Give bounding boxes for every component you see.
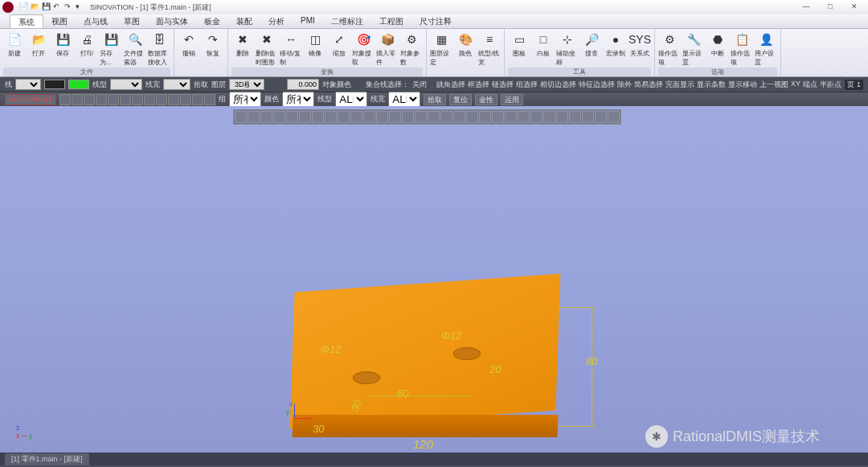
opt-相切边选择[interactable]: 相切边选择 [540, 80, 576, 90]
filter-more1-icon[interactable] [180, 94, 191, 105]
opt-显示条数[interactable]: 显示条数 [697, 80, 726, 90]
menu-PMI[interactable]: PMI [293, 14, 323, 28]
section-select[interactable]: 所有 [229, 92, 261, 107]
menu-点与线[interactable]: 点与线 [76, 14, 116, 28]
vt-icon[interactable] [312, 111, 324, 123]
blank-button[interactable]: □白板 [532, 31, 555, 58]
filter-line-icon[interactable] [72, 94, 83, 105]
vt-icon[interactable] [273, 111, 285, 123]
opt-链选择[interactable]: 链选择 [492, 80, 514, 90]
menu-板金[interactable]: 板金 [196, 14, 228, 28]
formula-button[interactable]: SYS关系式 [628, 31, 651, 58]
search-button[interactable]: 🔎搜查 [580, 31, 603, 58]
qat-save-icon[interactable]: 💾 [42, 2, 51, 12]
vt-icon[interactable] [466, 111, 478, 123]
color-swatch-1[interactable] [44, 80, 65, 89]
open-button[interactable]: 📂打开 [27, 31, 50, 58]
linetype-select[interactable] [110, 79, 142, 90]
opt-跳角选择[interactable]: 跳角选择 [436, 80, 465, 90]
fileexp-button[interactable]: 🔍文件搜索器 [124, 31, 146, 67]
vt-icon[interactable] [235, 111, 247, 123]
menu-装配[interactable]: 装配 [228, 14, 260, 28]
filter-circle-icon[interactable] [96, 94, 107, 105]
filter-point-icon[interactable] [59, 94, 71, 105]
menu-工程图[interactable]: 工程图 [371, 14, 411, 28]
dispset-button[interactable]: 🔧显示设置 [682, 31, 705, 67]
vt-icon[interactable] [492, 111, 504, 123]
vt-icon[interactable] [325, 111, 337, 123]
vt-icon[interactable] [530, 111, 542, 123]
opt-除外[interactable]: 除外 [617, 80, 632, 90]
print-button[interactable]: 🖨打印 [76, 31, 98, 58]
userset-button[interactable]: 👤用户设置 [755, 31, 777, 67]
vt-icon[interactable] [363, 111, 375, 123]
apply-btn[interactable]: 运用 [501, 94, 523, 105]
menu-视图[interactable]: 视图 [43, 14, 76, 28]
dblink-button[interactable]: 🗄数据库接收入 [148, 31, 170, 67]
viewport[interactable]: Φ12 Φ12 60 30 20 80 120 30 z x y z x ─ y [0, 106, 868, 453]
filter-face-icon[interactable] [120, 94, 131, 105]
deltmp-button[interactable]: ✖删除临时图形 [256, 31, 278, 67]
vt-icon[interactable] [505, 111, 517, 123]
menu-草图[interactable]: 草图 [116, 14, 148, 28]
menu-分析[interactable]: 分析 [260, 14, 293, 28]
vt-icon[interactable] [453, 111, 465, 123]
opt-特征边选择[interactable]: 特征边选择 [579, 80, 615, 90]
inspart-button[interactable]: 📦插入零件 [376, 31, 399, 67]
menu-尺寸注释[interactable]: 尺寸注释 [411, 14, 460, 28]
color-swatch-2[interactable] [68, 80, 89, 89]
vt-icon[interactable] [479, 111, 491, 123]
vt-icon[interactable] [299, 111, 311, 123]
opt-XY[interactable]: XY [791, 80, 800, 90]
vt-icon[interactable] [595, 111, 607, 123]
linewidth-select[interactable] [163, 79, 190, 90]
color-button[interactable]: 🎨颜色 [454, 31, 477, 58]
qat-more-icon[interactable]: ▾ [76, 2, 85, 12]
linetype-button[interactable]: ≡线型/线宽 [478, 31, 501, 67]
vt-icon[interactable] [440, 111, 452, 123]
macrec-button[interactable]: ●宏录制 [604, 31, 627, 58]
layerset-button[interactable]: ▦图层设定 [430, 31, 452, 67]
auxcoord-button[interactable]: ⊹辅助坐标 [556, 31, 579, 67]
vt-icon[interactable] [338, 111, 350, 123]
reset-btn[interactable]: 复位 [449, 94, 472, 105]
qat-open-icon[interactable]: 📂 [31, 2, 40, 12]
auto-print-toggle[interactable]: AUTO/PRINT [5, 94, 56, 105]
flw-select[interactable]: ALL [388, 92, 420, 107]
vt-icon[interactable] [428, 111, 440, 123]
menu-二维标注[interactable]: 二维标注 [323, 14, 371, 28]
opt-端点[interactable]: 端点 [803, 80, 817, 90]
objparam-button[interactable]: ⚙对象参数 [400, 31, 423, 67]
vt-icon[interactable] [543, 111, 555, 123]
flt-select[interactable]: ALL [335, 92, 367, 107]
saveas-button[interactable]: 💾另存为... [100, 31, 122, 67]
layer-select[interactable] [15, 79, 41, 90]
delete-button[interactable]: ✖删除 [231, 31, 254, 58]
filter-group-icon[interactable] [168, 94, 179, 105]
hole-2[interactable] [453, 347, 481, 360]
qat-redo-icon[interactable]: ↷ [64, 2, 74, 12]
opt-半距点[interactable]: 半距点 [820, 80, 841, 90]
opt-组选择[interactable]: 组选择 [516, 80, 538, 90]
filter-solid-icon[interactable] [132, 94, 143, 105]
gold-btn[interactable]: 金性 [475, 94, 497, 105]
vt-icon[interactable] [556, 111, 568, 123]
hole-1[interactable] [353, 371, 380, 384]
pick-btn[interactable]: 拾取 [424, 94, 446, 105]
new-button[interactable]: 📄新建 [3, 31, 26, 58]
mode-select[interactable]: 3D模式 [229, 79, 264, 90]
side-face[interactable] [293, 415, 559, 437]
assoc-val[interactable]: 关闭 [412, 80, 427, 90]
mirror-button[interactable]: ◫镜像 [304, 31, 326, 58]
vt-icon[interactable] [248, 111, 260, 123]
model-part[interactable]: Φ12 Φ12 60 30 20 80 120 30 z x y [285, 283, 567, 452]
opt-显示移动[interactable]: 显示移动 [728, 80, 757, 90]
max-button[interactable]: □ [818, 0, 842, 13]
vt-icon[interactable] [582, 111, 594, 123]
scale-button[interactable]: ⤢缩放 [328, 31, 350, 58]
coord-input[interactable] [287, 79, 319, 90]
qat-new-icon[interactable]: 📄 [19, 2, 29, 12]
doc-tab-1[interactable]: [1] 零件1.main - [新建] [5, 453, 89, 465]
objsearch-button[interactable]: 🎯对象搜取 [352, 31, 375, 67]
filter-arc-icon[interactable] [84, 94, 95, 105]
